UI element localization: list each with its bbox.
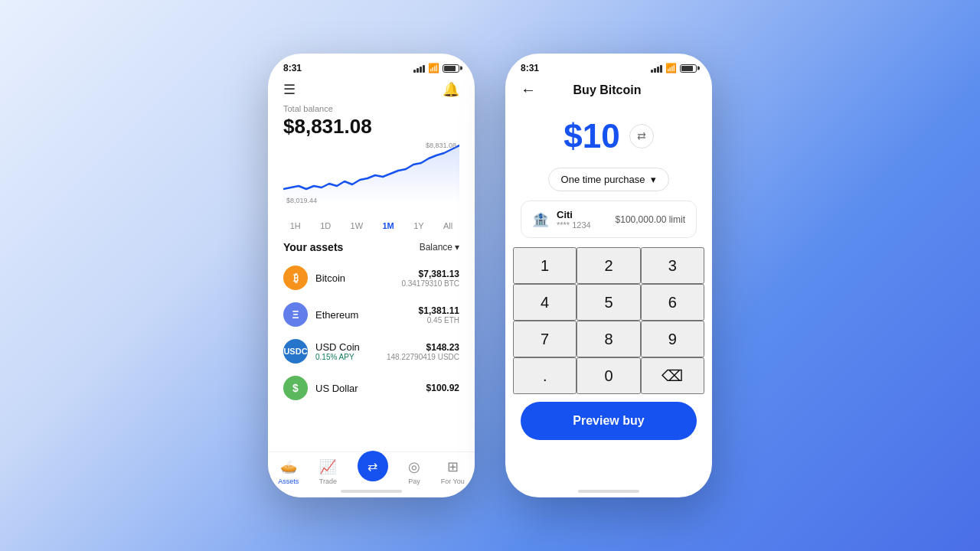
menu-icon[interactable]: ☰: [283, 81, 296, 98]
list-item[interactable]: Ξ Ethereum $1,381.11 0.45 ETH: [283, 296, 459, 333]
chart-container: $8,831.08 $8,019.44: [268, 142, 475, 218]
nav-send[interactable]: ⇄: [358, 458, 388, 485]
payment-limit: $100,000.00 limit: [616, 214, 685, 225]
payment-bank-name: Citi: [557, 209, 608, 220]
asset-values-usd: $100.92: [426, 383, 459, 393]
purchase-type-label: One time purchase: [561, 174, 645, 185]
status-icons-right: 📶: [651, 63, 697, 73]
wifi-icon: 📶: [428, 63, 439, 73]
swap-icon: ⇅: [635, 132, 648, 141]
preview-buy-button[interactable]: Preview buy: [521, 402, 697, 440]
status-bar-left: 8:31 📶: [268, 54, 475, 78]
nav-trade-label: Trade: [319, 478, 337, 485]
notification-icon[interactable]: 🔔: [443, 81, 459, 98]
payment-info: Citi **** 1234: [557, 209, 608, 230]
nav-trade[interactable]: 📈 Trade: [319, 458, 337, 485]
balance-label: Total balance: [283, 104, 459, 113]
key-1[interactable]: 1: [513, 247, 577, 284]
filter-1m[interactable]: 1M: [379, 220, 397, 232]
assets-title: Your assets: [283, 241, 343, 253]
left-header: ☰ 🔔: [268, 78, 475, 104]
assets-header: Your assets Balance ▾: [268, 238, 475, 259]
usdc-icon: USDC: [283, 339, 308, 364]
nav-foryou[interactable]: ⊞ For You: [441, 458, 465, 485]
asset-apy-usdc: 0.15% APY: [315, 353, 379, 361]
trade-nav-icon: 📈: [319, 458, 336, 475]
key-0[interactable]: 0: [577, 357, 640, 394]
pay-nav-icon: ◎: [408, 458, 420, 475]
asset-name-usdc: USD Coin: [315, 341, 379, 353]
bank-icon: 🏦: [532, 211, 549, 228]
assets-nav-icon: 🥧: [280, 458, 297, 475]
filter-1d[interactable]: 1D: [317, 220, 334, 232]
filter-1y[interactable]: 1Y: [410, 220, 426, 232]
nav-foryou-label: For You: [441, 478, 465, 485]
key-6[interactable]: 6: [641, 284, 704, 321]
list-item[interactable]: USDC USD Coin 0.15% APY $148.23 148.2279…: [283, 333, 459, 370]
foryou-nav-icon: ⊞: [447, 458, 459, 475]
numpad: 1 2 3 4 5 6 7 8 9 . 0 ⌫: [505, 247, 712, 394]
status-time-right: 8:31: [521, 63, 539, 73]
chevron-down-icon-purchase: ▾: [651, 174, 656, 185]
key-2[interactable]: 2: [577, 247, 640, 284]
asset-name-btc: Bitcoin: [315, 272, 394, 284]
battery-icon-r: [680, 64, 697, 73]
list-item[interactable]: ₿ Bitcoin $7,381.13 0.34179310 BTC: [283, 259, 459, 296]
phone-left: 8:31 📶 ☰ 🔔 Total balance $8,831.08 $8,83…: [268, 54, 475, 497]
screen-title: Buy Bitcoin: [536, 83, 678, 97]
phone-right: 8:31 📶 ← Buy Bitcoin $10 ⇅ One time: [505, 54, 712, 497]
status-bar-right: 8:31 📶: [505, 54, 712, 78]
back-button[interactable]: ←: [521, 81, 536, 99]
asset-values-eth: $1,381.11 0.45 ETH: [419, 305, 459, 324]
key-9[interactable]: 9: [641, 321, 704, 357]
eth-icon: Ξ: [283, 302, 308, 327]
key-5[interactable]: 5: [577, 284, 640, 321]
send-icon: ⇄: [368, 459, 377, 474]
key-4[interactable]: 4: [513, 284, 577, 321]
nav-assets[interactable]: 🥧 Assets: [278, 458, 299, 485]
key-8[interactable]: 8: [577, 321, 640, 357]
home-indicator: [341, 490, 402, 493]
list-item[interactable]: $ US Dollar $100.92: [283, 370, 459, 406]
send-center-button[interactable]: ⇄: [358, 451, 388, 481]
wifi-icon-r: 📶: [665, 63, 677, 73]
nav-assets-label: Assets: [278, 478, 299, 485]
buy-amount: $10: [564, 117, 619, 155]
time-filters: 1H 1D 1W 1M 1Y All: [268, 218, 475, 238]
signal-icon: [413, 64, 425, 73]
battery-icon: [443, 64, 459, 73]
right-header: ← Buy Bitcoin: [505, 78, 712, 105]
key-7[interactable]: 7: [513, 321, 577, 357]
filter-1h[interactable]: 1H: [287, 220, 304, 232]
purchase-type-section: One time purchase ▾: [505, 165, 712, 201]
payment-account-number: **** 1234: [557, 220, 608, 230]
key-backspace[interactable]: ⌫: [641, 357, 704, 394]
asset-name-usd: US Dollar: [315, 383, 419, 394]
swap-currency-button[interactable]: ⇅: [629, 124, 654, 148]
status-icons-left: 📶: [413, 63, 459, 73]
key-3[interactable]: 3: [641, 247, 704, 284]
signal-icon-r: [651, 64, 662, 73]
purchase-type-dropdown[interactable]: One time purchase ▾: [548, 168, 670, 191]
usd-icon: $: [283, 376, 308, 400]
asset-list: ₿ Bitcoin $7,381.13 0.34179310 BTC Ξ Eth…: [268, 259, 475, 406]
amount-section: $10 ⇅: [505, 105, 712, 165]
balance-value: $8,831.08: [283, 115, 459, 139]
payment-method[interactable]: 🏦 Citi **** 1234 $100,000.00 limit: [521, 201, 697, 238]
asset-name-eth: Ethereum: [315, 309, 411, 321]
key-dot[interactable]: .: [513, 357, 577, 394]
home-indicator-right: [578, 490, 639, 493]
nav-pay-label: Pay: [408, 478, 420, 485]
chart-max-label: $8,831.08: [426, 142, 456, 149]
chart-min-label: $8,019.44: [286, 197, 317, 204]
asset-values-btc: $7,381.13 0.34179310 BTC: [401, 269, 459, 288]
asset-values-usdc: $148.23 148.22790419 USDC: [387, 342, 459, 361]
btc-icon: ₿: [283, 266, 308, 290]
chevron-down-icon: ▾: [455, 242, 459, 253]
nav-pay[interactable]: ◎ Pay: [408, 458, 420, 485]
status-time-left: 8:31: [283, 63, 302, 73]
price-chart: [283, 142, 459, 203]
filter-all[interactable]: All: [440, 220, 456, 232]
filter-1w[interactable]: 1W: [348, 220, 367, 232]
balance-dropdown[interactable]: Balance ▾: [420, 242, 459, 253]
